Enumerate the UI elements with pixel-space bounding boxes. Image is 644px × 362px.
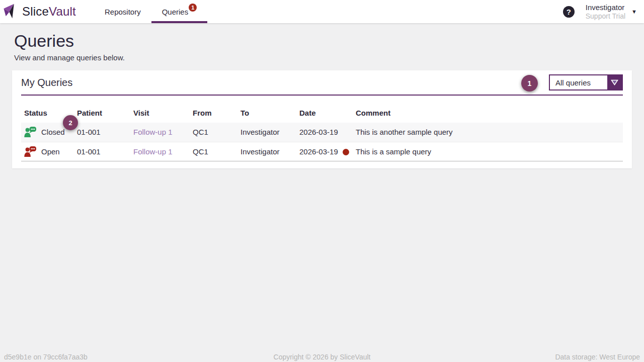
- visit-link[interactable]: Follow-up 1: [133, 128, 173, 136]
- user-role: Support Trial: [586, 12, 625, 21]
- patient-cell: 01-001: [74, 123, 130, 142]
- page-subtitle: View and manage queries below.: [14, 53, 630, 62]
- user-info: Investigator Support Trial: [586, 3, 625, 21]
- brand-name: SliceVault: [22, 5, 76, 19]
- column-header-comment: Comment: [353, 105, 623, 123]
- queries-table: StatusPatientVisitFromToDateComment Clos…: [21, 105, 623, 161]
- main-nav: Repository Queries1: [94, 0, 207, 23]
- patient-cell: 01-001: [74, 142, 130, 161]
- unread-dot: [343, 149, 349, 155]
- annotation-badge-1[interactable]: 1: [521, 75, 538, 92]
- chevron-down-icon: ▼: [631, 9, 637, 15]
- dropdown-arrow-icon: [607, 75, 622, 89]
- help-button[interactable]: ?: [563, 6, 575, 18]
- column-header-date: Date: [296, 105, 353, 123]
- footer-data-storage: Data storage: West Europe: [428, 353, 640, 361]
- column-header-visit: Visit: [130, 105, 190, 123]
- column-header-to: To: [237, 105, 296, 123]
- nav-queries[interactable]: Queries1: [151, 0, 208, 23]
- footer: d5e9b1e on 79cc6fa7aa3b Copyright © 2026…: [0, 353, 644, 361]
- slicevault-logo-icon: [2, 2, 19, 21]
- page-title: Queries: [14, 31, 630, 51]
- queries-table-body: Closed 01-001 Follow-up 1 QC1 Investigat…: [21, 123, 623, 161]
- annotation-badge-2[interactable]: 2: [63, 115, 78, 130]
- from-cell: QC1: [190, 142, 237, 161]
- table-header-row: StatusPatientVisitFromToDateComment: [21, 105, 623, 123]
- comment-cell: This is a sample query: [353, 142, 623, 161]
- user-menu[interactable]: Investigator Support Trial ▼: [586, 3, 637, 21]
- footer-copyright: Copyright © 2026 by SliceVault: [216, 353, 428, 361]
- from-cell: QC1: [190, 123, 237, 142]
- query-status-icon: [24, 146, 36, 157]
- query-row[interactable]: Open 01-001 Follow-up 1 QC1 Investigator…: [21, 142, 623, 161]
- main-content: Queries View and manage queries below. M…: [0, 31, 644, 62]
- column-header-patient: Patient: [74, 105, 130, 123]
- query-row[interactable]: Closed 01-001 Follow-up 1 QC1 Investigat…: [21, 123, 623, 142]
- top-bar: SliceVault Repository Queries1 ? Investi…: [0, 0, 644, 23]
- to-cell: Investigator: [237, 142, 296, 161]
- panel-title: My Queries: [21, 77, 72, 88]
- footer-build-info: d5e9b1e on 79cc6fa7aa3b: [4, 353, 216, 361]
- to-cell: Investigator: [237, 123, 296, 142]
- query-status-icon: [24, 127, 36, 137]
- column-header-from: From: [190, 105, 237, 123]
- queries-count-badge: 1: [189, 4, 197, 12]
- queries-filter-select[interactable]: All queries: [549, 74, 623, 90]
- header-right: ? Investigator Support Trial ▼: [563, 0, 644, 23]
- user-name: Investigator: [586, 3, 625, 12]
- visit-link[interactable]: Follow-up 1: [133, 147, 173, 156]
- date-value: 2026-03-19: [299, 128, 338, 136]
- date-value: 2026-03-19: [299, 147, 338, 156]
- status-label: Open: [41, 147, 60, 156]
- comment-cell: This is another sample query: [353, 123, 623, 142]
- question-mark-icon: ?: [567, 8, 571, 16]
- nav-repository[interactable]: Repository: [94, 0, 151, 23]
- my-queries-panel: My Queries All queries StatusPatientVisi…: [12, 70, 632, 168]
- filter-selected-value: All queries: [550, 75, 607, 89]
- status-label: Closed: [41, 128, 65, 136]
- brand[interactable]: SliceVault: [0, 0, 76, 23]
- nav-queries-label: Queries: [162, 8, 189, 16]
